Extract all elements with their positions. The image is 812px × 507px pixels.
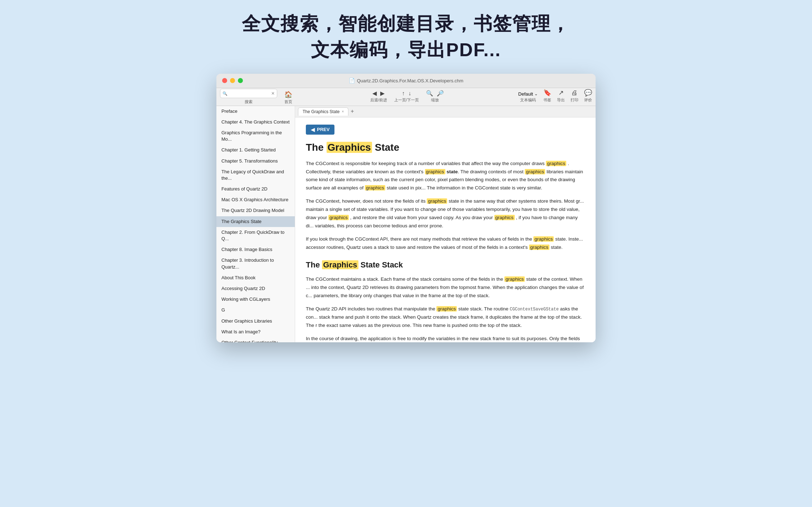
close-button[interactable] — [222, 78, 227, 83]
page-label: 上一页/下一页 — [394, 97, 419, 103]
sidebar-item[interactable]: Chapter 3. Introduction to Quartz... — [216, 255, 295, 272]
sidebar-item[interactable]: The Graphics State — [216, 216, 295, 227]
main-area: PrefaceChapter 4. The Graphics ContextGr… — [216, 106, 596, 342]
hero-title: 全文搜索，智能创建目录，书签管理， 文本编码，导出PDF... — [242, 11, 570, 63]
print-label: 打印 — [571, 97, 578, 103]
toolbar-right: Default ⌄ 文本编码 🔖 书签 ↗ 导出 🖨 打印 💬 评价 — [518, 89, 592, 105]
sidebar-item[interactable]: Chapter 4. The Graphics Context — [216, 117, 295, 127]
hero-section: 全文搜索，智能创建目录，书签管理， 文本编码，导出PDF... — [228, 11, 584, 63]
sidebar-item[interactable]: About This Book — [216, 272, 295, 283]
prev-btn-label: PREV — [317, 127, 329, 132]
bookmark-icon: 🔖 — [543, 89, 551, 97]
sidebar-item[interactable]: Chapter 2. From QuickDraw to Q... — [216, 227, 295, 244]
sidebar-item[interactable]: Chapter 8. Image Basics — [216, 244, 295, 255]
next-page-button[interactable]: ↓ — [408, 90, 411, 97]
content-area: The Graphics State × + ◀ PREV The Graphi… — [295, 106, 596, 342]
section1-highlight: Graphics — [322, 260, 358, 269]
sidebar-item[interactable]: Graphics Programming in the Mo... — [216, 127, 295, 145]
review-label: 评价 — [584, 97, 592, 103]
window-controls — [222, 78, 243, 83]
new-tab-button[interactable]: + — [351, 108, 354, 115]
home-button[interactable]: 🏠 首页 — [284, 91, 292, 105]
sidebar-item[interactable]: Chapter 1. Getting Started — [216, 145, 295, 155]
section1-post: State Stack — [358, 260, 403, 269]
sidebar-item[interactable]: Features of Quartz 2D — [216, 184, 295, 194]
sidebar-item[interactable]: Other Graphics Libraries — [216, 316, 295, 327]
prev-arrow-icon: ◀ — [311, 127, 315, 132]
zoom-in-button[interactable]: 🔎 — [437, 90, 444, 97]
text-encoding-label: 文本编码 — [520, 97, 536, 103]
review-icon: 💬 — [584, 89, 592, 97]
titlebar: 📄 Quartz.2D.Graphics.For.Mac.OS.X.Develo… — [216, 74, 596, 88]
sidebar-item[interactable]: Mac OS X Graphics Architecture — [216, 194, 295, 205]
nav-label: 后退/前进 — [370, 97, 387, 103]
tab-close-button[interactable]: × — [342, 110, 344, 114]
home-label: 首页 — [284, 99, 292, 105]
document-icon: 📄 — [349, 78, 355, 83]
search-box[interactable]: 🔍 Graphics ✕ — [220, 89, 277, 98]
para-4: The CGContext maintains a stack. Each fr… — [306, 275, 585, 300]
sidebar-item[interactable]: G — [216, 305, 295, 315]
sidebar-item[interactable]: Accessing Quartz 2D — [216, 283, 295, 294]
page-nav-group: ↑ ↓ 上一页/下一页 — [394, 90, 419, 103]
export-icon: ↗ — [558, 89, 564, 97]
article-title-post: State — [372, 142, 399, 153]
sidebar-item[interactable]: Other Context Functionality — [216, 337, 295, 342]
window-title: 📄 Quartz.2D.Graphics.For.Mac.OS.X.Develo… — [349, 78, 464, 83]
sidebar-item[interactable]: What Is an Image? — [216, 327, 295, 337]
section-title-1: The Graphics State Stack — [306, 260, 585, 270]
home-icon: 🏠 — [284, 91, 292, 98]
maximize-button[interactable] — [238, 78, 243, 83]
search-icon: 🔍 — [222, 91, 228, 96]
print-button[interactable]: 🖨 打印 — [571, 89, 578, 103]
tab-graphics-state[interactable]: The Graphics State × — [298, 107, 348, 116]
app-window: 📄 Quartz.2D.Graphics.For.Mac.OS.X.Develo… — [216, 74, 596, 342]
zoom-out-button[interactable]: 🔍 — [426, 90, 433, 97]
forward-button[interactable]: ▶ — [380, 90, 385, 97]
para-5: The Quartz 2D API includes two routines … — [306, 305, 585, 330]
sidebar-item[interactable]: The Quartz 2D Drawing Model — [216, 205, 295, 216]
sidebar: PrefaceChapter 4. The Graphics ContextGr… — [216, 106, 295, 342]
export-label: 导出 — [557, 97, 565, 103]
bookmark-label: 书签 — [543, 97, 551, 103]
prev-button[interactable]: ◀ PREV — [306, 125, 334, 135]
article-body: The CGContext is responsible for keeping… — [306, 160, 585, 342]
text-encoding-value: Default — [518, 91, 533, 97]
article-title-pre: The — [306, 142, 327, 153]
back-button[interactable]: ◀ — [372, 90, 377, 97]
sidebar-item[interactable]: Chapter 5. Transformations — [216, 156, 295, 166]
content-scroll[interactable]: ◀ PREV The Graphics State The CGContext … — [295, 117, 596, 342]
sidebar-item[interactable]: Preface — [216, 106, 295, 117]
minimize-button[interactable] — [230, 78, 235, 83]
window-title-text: Quartz.2D.Graphics.For.Mac.OS.X.Develope… — [357, 78, 464, 83]
sidebar-item[interactable]: Working with CGLayers — [216, 294, 295, 305]
export-button[interactable]: ↗ 导出 — [557, 89, 565, 103]
bookmark-button[interactable]: 🔖 书签 — [543, 89, 551, 103]
review-button[interactable]: 💬 评价 — [584, 89, 592, 103]
hero-line2: 文本编码，导出PDF... — [311, 39, 501, 60]
toolbar-center: ◀ ▶ 后退/前进 ↑ ↓ 上一页/下一页 🔍 🔎 缩放 — [296, 90, 518, 103]
article-title-highlight: Graphics — [327, 142, 372, 153]
zoom-group: 🔍 🔎 缩放 — [426, 90, 444, 103]
tab-label: The Graphics State — [303, 109, 339, 114]
article-title: The Graphics State — [306, 142, 585, 153]
para-6: In the course of drawing, the applicatio… — [306, 335, 585, 342]
content-tabs: The Graphics State × + — [295, 106, 596, 117]
prev-page-button[interactable]: ↑ — [402, 90, 405, 97]
text-encoding-dropdown[interactable]: ⌄ — [534, 92, 538, 96]
section1-pre: The — [306, 260, 322, 269]
zoom-label: 缩放 — [431, 97, 439, 103]
para-2: The CGContext, however, does not store t… — [306, 197, 585, 230]
nav-group: ◀ ▶ 后退/前进 — [370, 90, 387, 103]
para-1: The CGContext is responsible for keeping… — [306, 160, 585, 193]
search-input[interactable]: Graphics — [229, 91, 265, 96]
print-icon: 🖨 — [571, 89, 578, 97]
hero-line1: 全文搜索，智能创建目录，书签管理， — [242, 13, 570, 34]
sidebar-item[interactable]: The Legacy of QuickDraw and the... — [216, 166, 295, 184]
search-label: 搜索 — [245, 99, 253, 105]
search-clear-button[interactable]: ✕ — [271, 91, 275, 96]
toolbar: 🔍 Graphics ✕ 搜索 🏠 首页 ◀ ▶ 后退/前进 — [216, 88, 596, 106]
para-3: If you look through the CGContext API, t… — [306, 235, 585, 252]
